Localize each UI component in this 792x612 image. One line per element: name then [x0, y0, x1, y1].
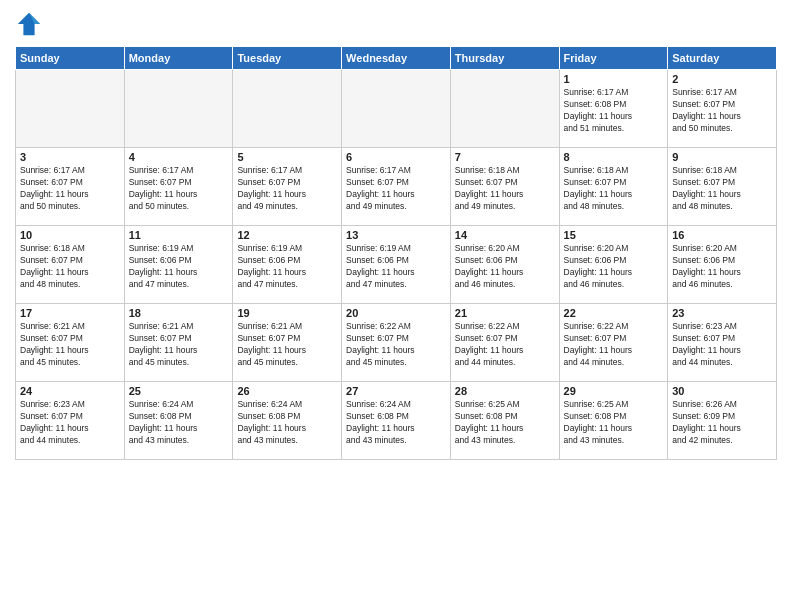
day-cell: 7Sunrise: 6:18 AM Sunset: 6:07 PM Daylig… — [450, 148, 559, 226]
day-info: Sunrise: 6:22 AM Sunset: 6:07 PM Dayligh… — [564, 321, 664, 369]
day-cell: 23Sunrise: 6:23 AM Sunset: 6:07 PM Dayli… — [668, 304, 777, 382]
day-cell — [124, 70, 233, 148]
day-cell: 27Sunrise: 6:24 AM Sunset: 6:08 PM Dayli… — [342, 382, 451, 460]
day-number: 27 — [346, 385, 446, 397]
day-cell: 22Sunrise: 6:22 AM Sunset: 6:07 PM Dayli… — [559, 304, 668, 382]
day-info: Sunrise: 6:18 AM Sunset: 6:07 PM Dayligh… — [455, 165, 555, 213]
day-info: Sunrise: 6:25 AM Sunset: 6:08 PM Dayligh… — [455, 399, 555, 447]
day-number: 1 — [564, 73, 664, 85]
day-info: Sunrise: 6:20 AM Sunset: 6:06 PM Dayligh… — [672, 243, 772, 291]
weekday-header-saturday: Saturday — [668, 47, 777, 70]
weekday-header-tuesday: Tuesday — [233, 47, 342, 70]
weekday-header-wednesday: Wednesday — [342, 47, 451, 70]
day-number: 19 — [237, 307, 337, 319]
day-cell — [450, 70, 559, 148]
week-row-3: 10Sunrise: 6:18 AM Sunset: 6:07 PM Dayli… — [16, 226, 777, 304]
page: SundayMondayTuesdayWednesdayThursdayFrid… — [0, 0, 792, 612]
week-row-5: 24Sunrise: 6:23 AM Sunset: 6:07 PM Dayli… — [16, 382, 777, 460]
day-cell: 24Sunrise: 6:23 AM Sunset: 6:07 PM Dayli… — [16, 382, 125, 460]
day-cell: 12Sunrise: 6:19 AM Sunset: 6:06 PM Dayli… — [233, 226, 342, 304]
weekday-header-monday: Monday — [124, 47, 233, 70]
day-number: 11 — [129, 229, 229, 241]
day-number: 30 — [672, 385, 772, 397]
day-cell: 13Sunrise: 6:19 AM Sunset: 6:06 PM Dayli… — [342, 226, 451, 304]
day-info: Sunrise: 6:19 AM Sunset: 6:06 PM Dayligh… — [346, 243, 446, 291]
day-number: 15 — [564, 229, 664, 241]
logo — [15, 10, 47, 38]
day-number: 21 — [455, 307, 555, 319]
day-cell — [342, 70, 451, 148]
day-cell: 16Sunrise: 6:20 AM Sunset: 6:06 PM Dayli… — [668, 226, 777, 304]
day-info: Sunrise: 6:25 AM Sunset: 6:08 PM Dayligh… — [564, 399, 664, 447]
day-info: Sunrise: 6:21 AM Sunset: 6:07 PM Dayligh… — [237, 321, 337, 369]
day-number: 4 — [129, 151, 229, 163]
day-cell: 19Sunrise: 6:21 AM Sunset: 6:07 PM Dayli… — [233, 304, 342, 382]
day-number: 8 — [564, 151, 664, 163]
day-cell: 2Sunrise: 6:17 AM Sunset: 6:07 PM Daylig… — [668, 70, 777, 148]
day-info: Sunrise: 6:24 AM Sunset: 6:08 PM Dayligh… — [129, 399, 229, 447]
day-cell: 9Sunrise: 6:18 AM Sunset: 6:07 PM Daylig… — [668, 148, 777, 226]
day-cell — [16, 70, 125, 148]
day-info: Sunrise: 6:17 AM Sunset: 6:07 PM Dayligh… — [346, 165, 446, 213]
day-number: 25 — [129, 385, 229, 397]
day-number: 17 — [20, 307, 120, 319]
day-info: Sunrise: 6:20 AM Sunset: 6:06 PM Dayligh… — [455, 243, 555, 291]
day-number: 29 — [564, 385, 664, 397]
day-number: 24 — [20, 385, 120, 397]
day-cell: 15Sunrise: 6:20 AM Sunset: 6:06 PM Dayli… — [559, 226, 668, 304]
day-info: Sunrise: 6:17 AM Sunset: 6:07 PM Dayligh… — [672, 87, 772, 135]
day-info: Sunrise: 6:20 AM Sunset: 6:06 PM Dayligh… — [564, 243, 664, 291]
day-number: 16 — [672, 229, 772, 241]
day-cell — [233, 70, 342, 148]
day-info: Sunrise: 6:21 AM Sunset: 6:07 PM Dayligh… — [20, 321, 120, 369]
week-row-4: 17Sunrise: 6:21 AM Sunset: 6:07 PM Dayli… — [16, 304, 777, 382]
day-cell: 8Sunrise: 6:18 AM Sunset: 6:07 PM Daylig… — [559, 148, 668, 226]
header — [15, 10, 777, 38]
day-cell: 20Sunrise: 6:22 AM Sunset: 6:07 PM Dayli… — [342, 304, 451, 382]
day-cell: 29Sunrise: 6:25 AM Sunset: 6:08 PM Dayli… — [559, 382, 668, 460]
day-cell: 30Sunrise: 6:26 AM Sunset: 6:09 PM Dayli… — [668, 382, 777, 460]
calendar-table: SundayMondayTuesdayWednesdayThursdayFrid… — [15, 46, 777, 460]
day-info: Sunrise: 6:17 AM Sunset: 6:07 PM Dayligh… — [129, 165, 229, 213]
day-info: Sunrise: 6:17 AM Sunset: 6:07 PM Dayligh… — [20, 165, 120, 213]
day-info: Sunrise: 6:23 AM Sunset: 6:07 PM Dayligh… — [672, 321, 772, 369]
day-number: 6 — [346, 151, 446, 163]
day-info: Sunrise: 6:24 AM Sunset: 6:08 PM Dayligh… — [346, 399, 446, 447]
day-cell: 28Sunrise: 6:25 AM Sunset: 6:08 PM Dayli… — [450, 382, 559, 460]
day-info: Sunrise: 6:17 AM Sunset: 6:08 PM Dayligh… — [564, 87, 664, 135]
day-cell: 17Sunrise: 6:21 AM Sunset: 6:07 PM Dayli… — [16, 304, 125, 382]
day-cell: 18Sunrise: 6:21 AM Sunset: 6:07 PM Dayli… — [124, 304, 233, 382]
day-number: 2 — [672, 73, 772, 85]
day-number: 10 — [20, 229, 120, 241]
day-info: Sunrise: 6:19 AM Sunset: 6:06 PM Dayligh… — [237, 243, 337, 291]
day-cell: 6Sunrise: 6:17 AM Sunset: 6:07 PM Daylig… — [342, 148, 451, 226]
day-info: Sunrise: 6:26 AM Sunset: 6:09 PM Dayligh… — [672, 399, 772, 447]
day-number: 23 — [672, 307, 772, 319]
day-info: Sunrise: 6:18 AM Sunset: 6:07 PM Dayligh… — [672, 165, 772, 213]
day-cell: 26Sunrise: 6:24 AM Sunset: 6:08 PM Dayli… — [233, 382, 342, 460]
day-number: 18 — [129, 307, 229, 319]
day-info: Sunrise: 6:18 AM Sunset: 6:07 PM Dayligh… — [564, 165, 664, 213]
day-info: Sunrise: 6:22 AM Sunset: 6:07 PM Dayligh… — [455, 321, 555, 369]
day-number: 5 — [237, 151, 337, 163]
day-cell: 10Sunrise: 6:18 AM Sunset: 6:07 PM Dayli… — [16, 226, 125, 304]
day-number: 14 — [455, 229, 555, 241]
weekday-header-sunday: Sunday — [16, 47, 125, 70]
day-number: 20 — [346, 307, 446, 319]
logo-icon — [15, 10, 43, 38]
day-number: 28 — [455, 385, 555, 397]
day-cell: 14Sunrise: 6:20 AM Sunset: 6:06 PM Dayli… — [450, 226, 559, 304]
day-cell: 21Sunrise: 6:22 AM Sunset: 6:07 PM Dayli… — [450, 304, 559, 382]
day-info: Sunrise: 6:23 AM Sunset: 6:07 PM Dayligh… — [20, 399, 120, 447]
day-cell: 3Sunrise: 6:17 AM Sunset: 6:07 PM Daylig… — [16, 148, 125, 226]
day-cell: 1Sunrise: 6:17 AM Sunset: 6:08 PM Daylig… — [559, 70, 668, 148]
day-number: 3 — [20, 151, 120, 163]
week-row-1: 1Sunrise: 6:17 AM Sunset: 6:08 PM Daylig… — [16, 70, 777, 148]
day-number: 26 — [237, 385, 337, 397]
day-cell: 5Sunrise: 6:17 AM Sunset: 6:07 PM Daylig… — [233, 148, 342, 226]
day-number: 12 — [237, 229, 337, 241]
day-number: 13 — [346, 229, 446, 241]
day-number: 9 — [672, 151, 772, 163]
weekday-header-row: SundayMondayTuesdayWednesdayThursdayFrid… — [16, 47, 777, 70]
day-info: Sunrise: 6:24 AM Sunset: 6:08 PM Dayligh… — [237, 399, 337, 447]
